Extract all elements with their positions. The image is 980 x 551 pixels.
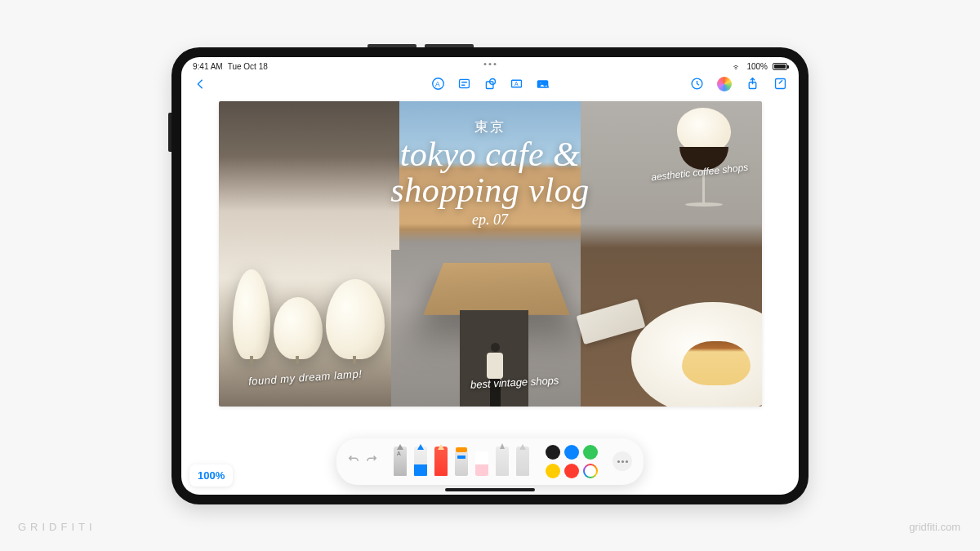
person-figure — [486, 343, 504, 407]
title-line2: shopping vlog — [219, 172, 762, 208]
app-toolbar: A A — [181, 73, 799, 96]
svg-line-14 — [778, 80, 782, 83]
ruler-tool[interactable] — [516, 447, 529, 476]
url-watermark: gridfiti.com — [909, 521, 960, 533]
title-block: 東京 tokyo cafe & shopping vlog ep. 07 — [219, 118, 762, 229]
artwork[interactable]: found my dream lamp! best vintage shops — [219, 101, 762, 407]
color-red[interactable] — [564, 464, 579, 478]
battery-percent: 100% — [746, 62, 768, 71]
more-button[interactable] — [612, 451, 632, 471]
color-blue[interactable] — [564, 445, 579, 460]
plate-icon — [631, 302, 762, 407]
ipad-screen: 9:41 AM Tue Oct 18 ᯤ 100% A A — [181, 57, 799, 495]
color-palette-button[interactable] — [717, 77, 732, 91]
media-button[interactable] — [535, 77, 550, 91]
ipad-device-frame: 9:41 AM Tue Oct 18 ᯤ 100% A A — [172, 47, 808, 504]
multitask-dots[interactable] — [484, 63, 497, 65]
lamp-icon — [326, 279, 385, 359]
status-bar: 9:41 AM Tue Oct 18 ᯤ 100% — [181, 57, 799, 73]
marker-tool[interactable] — [414, 447, 427, 476]
eraser-tool[interactable] — [475, 451, 488, 476]
color-green[interactable] — [583, 445, 598, 460]
share-button[interactable] — [745, 77, 760, 91]
zoom-indicator[interactable]: 100% — [189, 464, 233, 487]
lasso-tool[interactable] — [496, 447, 509, 476]
wifi-icon: ᯤ — [733, 62, 742, 72]
pen-tool[interactable] — [394, 447, 407, 476]
tool-dock — [336, 438, 644, 485]
history-button[interactable] — [689, 77, 704, 91]
shapes-button[interactable] — [483, 77, 497, 91]
color-picker[interactable] — [583, 464, 598, 478]
compose-button[interactable] — [773, 77, 787, 91]
color-black[interactable] — [546, 445, 560, 460]
undo-button[interactable] — [348, 454, 359, 469]
episode-label: ep. 07 — [219, 211, 762, 229]
svg-text:A: A — [435, 80, 440, 88]
brand-watermark: GRIDFITI — [18, 521, 96, 533]
battery-icon — [773, 63, 787, 70]
canvas-area[interactable]: found my dream lamp! best vintage shops — [181, 96, 799, 407]
redo-button[interactable] — [366, 454, 377, 469]
svg-text:A: A — [514, 81, 518, 87]
status-date: Tue Oct 18 — [228, 62, 268, 71]
text-style-button[interactable]: A — [430, 77, 445, 91]
title-line1: tokyo cafe & — [219, 136, 762, 172]
panel1-caption: found my dream lamp! — [247, 367, 362, 388]
svg-rect-2 — [459, 79, 469, 87]
subtitle: 東京 — [219, 118, 762, 136]
back-button[interactable] — [193, 77, 207, 91]
lamp-icon — [274, 297, 323, 359]
lamp-icon — [233, 269, 270, 359]
pencil-tool[interactable] — [434, 447, 448, 476]
color-yellow[interactable] — [546, 464, 560, 478]
sticky-note-button[interactable] — [457, 77, 471, 91]
text-box-button[interactable]: A — [509, 77, 523, 91]
status-time: 9:41 AM — [193, 62, 223, 71]
crayon-tool[interactable] — [455, 451, 468, 476]
home-indicator[interactable] — [445, 488, 535, 491]
svg-rect-13 — [775, 79, 785, 89]
